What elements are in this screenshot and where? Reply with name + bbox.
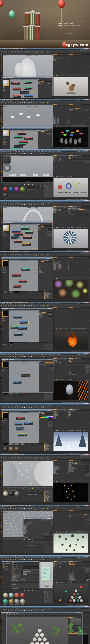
object-row[interactable]: Torus — [53, 162, 69, 163]
side-icon-12[interactable] — [0, 130, 2, 131]
menu-item-animate[interactable]: Animate — [17, 608, 20, 608]
side-icon-4[interactable] — [0, 468, 2, 470]
object-row[interactable]: Arnold quad_light — [53, 463, 69, 464]
menu-item-window[interactable]: Window — [57, 506, 60, 507]
menu-item-mesh[interactable]: Mesh — [13, 100, 14, 101]
coords-cell[interactable]: 0 ° — [39, 186, 43, 187]
attr-tab-attributes[interactable]: Attributes — [69, 561, 73, 562]
side-icon-6[interactable] — [0, 117, 2, 119]
toolbar-icon-8[interactable]: Ⓩ — [19, 457, 21, 459]
ipr-display-value[interactable]: Beauty ▾ — [71, 532, 75, 532]
material-menu-edit[interactable]: Edit — [9, 186, 10, 186]
menu-item-script[interactable]: Script — [55, 100, 57, 101]
menu-item-render[interactable]: Render — [25, 50, 27, 50]
side-icon-1[interactable] — [0, 513, 2, 514]
viewport-menu-display[interactable]: Display — [9, 54, 11, 54]
rs-check-value[interactable]: □ — [20, 576, 23, 577]
materials-tab[interactable]: Materials — [3, 592, 6, 592]
transport-button-5[interactable]: ⏭ — [29, 590, 30, 591]
object-toggles[interactable] — [68, 310, 69, 310]
toolbar-icon-17[interactable]: ◇ — [40, 305, 42, 307]
object-toggles[interactable] — [68, 269, 69, 270]
menu-item-edit[interactable]: Edit — [2, 202, 4, 202]
side-icon-1[interactable] — [0, 208, 2, 210]
attr-menu-edit[interactable]: Edit — [72, 562, 73, 563]
toolbar-icon-18[interactable]: ▤ — [42, 203, 44, 205]
toolbar-icon-4[interactable]: ⟳ — [10, 102, 12, 104]
objects-menu-tags[interactable]: Tags — [62, 156, 63, 157]
object-row[interactable]: Arnold TP Group - four — [53, 267, 69, 268]
object-row[interactable]: Projection — [53, 360, 69, 361]
command-arnold-tp-group[interactable]: Arnold TP Group — [44, 394, 53, 395]
object-toggles[interactable] — [68, 465, 69, 466]
shader-node-composite[interactable]: composite (composite)● Input > MainOutpu… — [23, 236, 32, 238]
objects-tab-structure[interactable]: Structure — [66, 409, 69, 410]
command-help[interactable]: Help — [44, 501, 53, 502]
menu-item-script[interactable]: Script — [55, 151, 57, 152]
object-row[interactable]: Light_Target — [53, 361, 69, 362]
attribute-value[interactable]: off — [85, 467, 90, 468]
object-row[interactable]: Room — [53, 365, 69, 366]
toolbar-icon-2[interactable]: ✛ — [5, 356, 7, 358]
attr-tab-layer[interactable]: Layer — [78, 206, 81, 207]
object-toggles[interactable] — [68, 564, 69, 564]
menu-item-snap[interactable]: Snap — [15, 252, 17, 253]
object-row[interactable]: Coffee Cup 7 — [53, 122, 69, 123]
menu-item-mesh[interactable]: Mesh — [13, 303, 14, 304]
dialog-value[interactable] — [42, 525, 52, 526]
transport-key-7[interactable]: 🔑 — [32, 184, 33, 185]
toolbar-icon-7[interactable]: Ⓨ — [17, 51, 19, 53]
toolbar-icon-4[interactable]: ⟳ — [10, 457, 12, 459]
object-row[interactable]: Extra — [53, 574, 69, 576]
menu-item-pipeline[interactable]: Pipeline — [45, 50, 48, 50]
subtab-basic[interactable]: Basic — [69, 514, 72, 514]
layer-row[interactable]: Ground — [69, 419, 90, 420]
node-prop-value[interactable]: □ — [47, 236, 52, 236]
side-icon-12[interactable] — [0, 536, 2, 537]
menu-item-plugins[interactable]: Plugins — [48, 456, 51, 456]
shader-node-flat[interactable]: flat RGB● Input > MainOutput ● — [10, 326, 19, 329]
transport-button-0[interactable]: ⏮ — [23, 590, 24, 591]
toolbar-icon-19[interactable]: 🎥 — [44, 356, 47, 358]
menu-item-script[interactable]: Script — [55, 202, 57, 202]
objects-menu-view[interactable]: View — [57, 207, 58, 208]
toolbar-icon-1[interactable]: ➤ — [3, 508, 5, 510]
material-menu-create[interactable]: Create — [6, 592, 9, 592]
transport-button-2[interactable]: ◀ — [26, 184, 26, 185]
menu-item-edit[interactable]: Edit — [2, 100, 4, 101]
toolbar-icon-11[interactable]: 🎬 — [26, 305, 28, 307]
toolbar-icon-6[interactable]: Ⓧ — [14, 457, 16, 459]
toolbar-icon-16[interactable]: ⬡ — [38, 102, 40, 104]
rs-slider[interactable] — [23, 571, 39, 572]
dialog-checkbox[interactable]: ✓ — [51, 532, 52, 533]
toolbar-icon-18[interactable]: ▤ — [42, 356, 44, 358]
coords-footer-item[interactable]: Object (Rel.) — [27, 392, 32, 393]
toolbar-icon-7[interactable]: Ⓨ — [17, 558, 19, 560]
object-toggles[interactable] — [68, 464, 69, 464]
viewport-menu-cameras[interactable]: Cameras — [5, 460, 8, 460]
attr-tab-attributes[interactable]: Attributes — [69, 460, 73, 460]
toolbar-icon-5[interactable]: ✚ — [12, 305, 14, 307]
material-tile[interactable]: Ref_Blue — [9, 592, 14, 598]
layer-row[interactable]: Snowman — [69, 416, 90, 417]
toolbar-icon-3[interactable]: ◱ — [7, 102, 9, 104]
attribute-value[interactable]: 0 F — [85, 568, 90, 570]
menu-item-help[interactable]: Help — [61, 506, 62, 507]
objects-menu-bookmarks[interactable]: Bookmarks — [64, 258, 67, 258]
menu-item-plugins[interactable]: Plugins — [48, 354, 51, 355]
timeline[interactable]: 051015202530354045505560657075 F⏮◀◀◀▶▶▶⏭… — [3, 486, 53, 490]
material-menu-function[interactable]: Function — [11, 592, 13, 592]
toolbar-icon-9[interactable]: ▦ — [21, 609, 23, 611]
ramp-gradient[interactable] — [39, 416, 53, 417]
toolbar-icon-7[interactable]: Ⓨ — [17, 254, 19, 256]
object-toggles[interactable] — [68, 418, 69, 419]
toolbar-icon-13[interactable]: ◆ — [31, 305, 33, 307]
toolbar-icon-1[interactable]: ➤ — [3, 152, 5, 154]
material-tile[interactable]: Ref_Red — [14, 592, 20, 598]
coords-cell[interactable]: 0 cm — [35, 187, 39, 188]
objects-tab-objects[interactable]: Objects — [53, 54, 57, 54]
command-arnold-procedural[interactable]: Arnold Procedural — [44, 543, 53, 544]
menu-item-motion-tracker[interactable]: Motion Tracker — [31, 557, 36, 558]
node-prop-value[interactable]: ✓ — [48, 426, 53, 427]
command-arnold-driver[interactable]: Arnold Driver — [44, 494, 53, 495]
